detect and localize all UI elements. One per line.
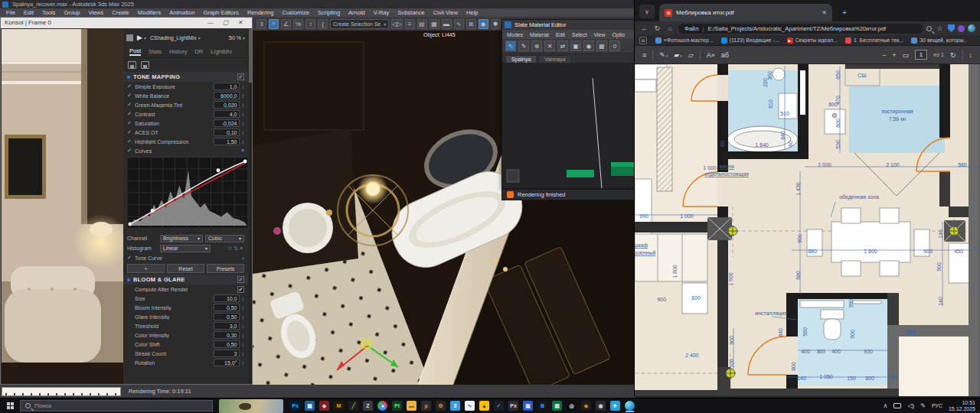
menu-scripting[interactable]: Scripting — [318, 9, 340, 16]
spinner-icon[interactable]: ↕ — [242, 139, 245, 145]
profile-avatar[interactable] — [968, 24, 975, 32]
spinner-icon[interactable]: ↕ — [242, 351, 245, 356]
checkbox-icon[interactable]: ✓ — [127, 138, 132, 145]
taskbar-app-photoshop[interactable]: Ps — [289, 399, 301, 412]
taskbar-app-telegram[interactable]: ✈ — [609, 399, 621, 412]
param-value[interactable]: 4,0 — [214, 110, 240, 118]
selection-set-dropdown[interactable]: Create Selection Se▾ — [330, 19, 389, 29]
sme-tab-vannaya[interactable]: Vannaya — [538, 55, 571, 63]
taskbar-app-file-explorer[interactable]: ▬ — [406, 399, 417, 412]
vfb-titlebar[interactable]: Konsol | Frame 0 —▢✕ — [1, 18, 252, 28]
apps-grid-icon[interactable]: ⊞ — [639, 37, 647, 44]
page-number-input[interactable]: 1 — [915, 50, 927, 60]
param-value[interactable]: 15,0° — [214, 359, 240, 366]
align-icon[interactable]: ≡ — [405, 19, 415, 29]
show-grid-icon[interactable]: ▦ — [596, 41, 607, 51]
taskbar-app-zbrush[interactable]: Z — [362, 399, 374, 412]
spinner-icon[interactable]: ↕ — [242, 130, 245, 135]
track-bar[interactable] — [2, 387, 121, 396]
show-background-icon[interactable]: ◉ — [583, 41, 594, 51]
menu-graph-editors[interactable]: Graph Editors — [204, 9, 239, 16]
taskbar-app-obs[interactable]: ◎ — [566, 399, 577, 412]
clock[interactable]: 10:51 15.12.2025 — [949, 400, 975, 412]
taskbar-app-photos[interactable]: ∿ — [464, 399, 475, 412]
move-children-icon[interactable]: ⇄ — [557, 41, 568, 51]
param-value[interactable]: 1,50 — [214, 138, 240, 145]
vfb-tab-dr[interactable]: DR — [194, 48, 203, 55]
menu-tools[interactable]: Tools — [42, 9, 56, 16]
zoom-out-icon[interactable]: − — [882, 51, 886, 59]
vfb-tab-stats[interactable]: Stats — [149, 48, 162, 55]
param-value[interactable]: 0,020 — [214, 101, 240, 109]
save-icon[interactable]: ↓ — [969, 51, 973, 59]
menu-arnold[interactable]: Arnold — [348, 9, 365, 16]
reset-button[interactable]: Reset — [167, 264, 204, 273]
section-checkbox[interactable]: ✓ — [237, 276, 244, 283]
channel-dropdown[interactable]: Brightness▾ — [160, 235, 203, 242]
taskbar-app-orange-shield[interactable]: ◆ — [580, 399, 592, 412]
sme-menu-material[interactable]: Material — [530, 32, 549, 37]
taskbar-app-blender[interactable]: ʘ — [435, 399, 446, 412]
vfb-tab-post[interactable]: Post — [129, 47, 141, 56]
taskbar-app-yellow-tool[interactable]: ▲ — [479, 399, 490, 412]
panel-scrollbar[interactable] — [249, 29, 252, 384]
param-value[interactable]: 0,50 — [214, 304, 240, 311]
checkbox-icon[interactable]: ✓ — [127, 111, 132, 117]
tone-mapping-header[interactable]: TONE MAPPING ✓ — [123, 72, 248, 82]
draw-pen-icon[interactable]: ✎▾ — [659, 51, 668, 59]
menu-group[interactable]: Group — [64, 9, 80, 16]
param-value[interactable]: 1,0 — [214, 83, 240, 90]
zoom-dropdown[interactable]: 50 %▾ — [229, 35, 245, 41]
curve-editor[interactable] — [123, 155, 248, 233]
bloom-glare-header[interactable]: BLOOM & GLARE ✓ — [123, 275, 248, 285]
taskbar-app-green-case[interactable]: ▤ — [551, 399, 563, 412]
back-icon[interactable]: ← — [639, 24, 649, 32]
spinner-icon[interactable]: ↕ — [242, 324, 245, 329]
sme-menu-select[interactable]: Select — [572, 32, 586, 37]
rotate-icon[interactable]: ↻ — [950, 51, 956, 59]
browser-tab[interactable]: ≣ Меблировка итог.pdf ✕ — [659, 4, 832, 21]
param-value[interactable]: 0,30 — [214, 331, 240, 339]
home-icon[interactable]: ⌂ — [665, 24, 675, 32]
toc-icon[interactable]: ≡ — [642, 51, 646, 59]
checkbox-icon[interactable]: ✓ — [127, 120, 132, 126]
vfb-tab-lightmix[interactable]: LightMix — [211, 48, 232, 55]
checkbox-icon[interactable]: ✓ — [127, 102, 132, 108]
spinner-icon[interactable]: ↕ — [242, 84, 245, 89]
tray-chevron-icon[interactable]: ∧ — [884, 402, 888, 409]
favorite-star-icon[interactable]: ☆ — [935, 24, 945, 32]
menu-views[interactable]: Views — [88, 9, 103, 16]
taskbar-app-3dsmax[interactable]: M — [333, 399, 345, 412]
vertical-tabs-button[interactable]: ∨ — [639, 5, 655, 18]
url-field[interactable]: Файл | E:/Salta_Projects/Aristocratic_Ap… — [678, 24, 923, 34]
param-value[interactable]: 0,10 — [214, 128, 240, 136]
highlighter-icon[interactable]: ▰▾ — [674, 51, 681, 59]
widgets-weather-thumbnail[interactable] — [219, 399, 283, 413]
spinner-icon[interactable]: ↕ — [242, 333, 245, 338]
sme-node-canvas[interactable] — [502, 63, 635, 188]
sme-menu-edit[interactable]: Edit — [556, 32, 565, 37]
param-value[interactable]: 3 — [214, 350, 240, 357]
pdf-page-view[interactable]: 3602206105108401 8408080ваннаотдельносто… — [635, 64, 980, 396]
text-select-icon[interactable]: аб — [721, 51, 729, 59]
param-value[interactable]: 3,0 — [214, 322, 240, 330]
percent-snap-icon[interactable]: % — [293, 19, 303, 29]
snaps-toggle-icon[interactable]: 3 — [256, 19, 266, 29]
spinner-icon[interactable]: ↕ — [242, 102, 245, 108]
spinner-snap-icon[interactable]: ↕ — [305, 19, 315, 29]
start-button[interactable] — [0, 398, 20, 413]
taskbar-app-b-app[interactable]: B — [537, 399, 548, 412]
speaker-icon[interactable]: ◁) — [907, 402, 914, 409]
hide-unused-slots-icon[interactable]: ▣ — [570, 41, 581, 51]
presets-button[interactable]: Presets — [207, 264, 244, 273]
interpolation-dropdown[interactable]: Cubic▾ — [205, 235, 244, 242]
menu-file[interactable]: File — [6, 9, 15, 16]
checkbox-icon[interactable]: ✓ — [127, 129, 132, 135]
bookmark-item[interactable]: ▶Секреты идеал... — [783, 37, 841, 44]
vfb-tab-history[interactable]: History — [169, 48, 187, 55]
taskbar-app-notepad-green[interactable]: ╱ — [348, 399, 359, 412]
refresh-icon[interactable]: ↻ — [652, 24, 662, 32]
checkbox-icon[interactable]: ✓ — [127, 255, 132, 261]
bookmark-item[interactable]: 1_Бесплатные тек... — [841, 37, 907, 44]
taskbar-app-edge[interactable] — [624, 399, 635, 412]
